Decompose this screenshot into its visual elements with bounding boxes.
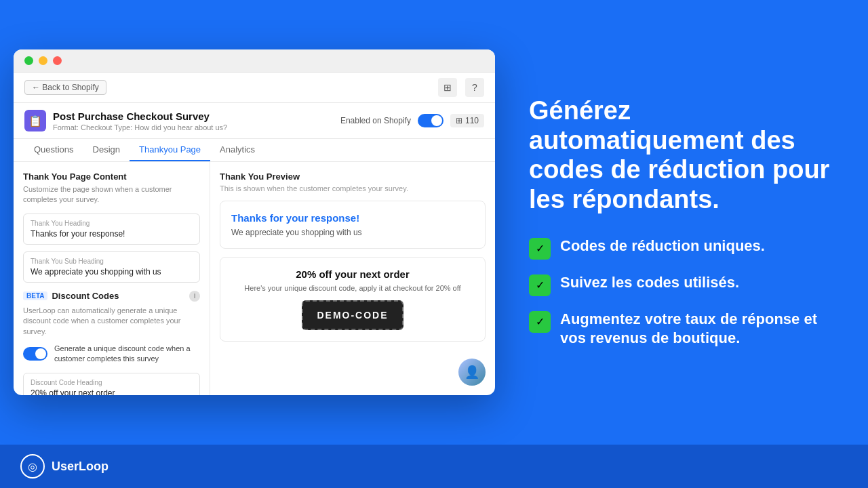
check-icon-1: ✓ <box>529 238 551 260</box>
check-icon-3: ✓ <box>529 311 551 333</box>
preview-title: Thank You Preview <box>220 171 486 182</box>
section-title: Thank You Page Content <box>23 171 200 182</box>
title-bar <box>14 49 495 73</box>
survey-actions: Enabled on Shopify ⊞ 110 <box>340 114 484 127</box>
thank-you-subheading-label: Thank You Sub Heading <box>31 258 193 265</box>
feature-item-1: ✓ Codes de réduction uniques. <box>529 237 834 260</box>
thank-you-heading-value: Thanks for your response! <box>31 229 193 239</box>
info-icon[interactable]: i <box>189 291 200 302</box>
preview-response-subtext: We appreciate you shopping with us <box>231 228 474 237</box>
preview-response-heading: Thanks for your response! <box>231 212 474 224</box>
hero-title: Générez automatiquement des codes de réd… <box>529 96 834 215</box>
traffic-light-green[interactable] <box>24 56 33 65</box>
logo-text: UserLoop <box>52 460 108 474</box>
avatar: 👤 <box>458 359 486 386</box>
shopify-toggle[interactable] <box>418 114 443 127</box>
beta-badge: BETA <box>23 291 47 300</box>
top-navigation-bar: ← Back to Shopify ⊞ ? <box>14 73 495 103</box>
discount-card-desc: Here's your unique discount code, apply … <box>231 284 474 292</box>
discount-section: BETA Discount Codes i UserLoop can autom… <box>23 291 200 395</box>
discount-header: BETA Discount Codes i <box>23 291 200 302</box>
response-count: 110 <box>465 116 479 125</box>
left-panel: ← Back to Shopify ⊞ ? 📋 Post Purchase Ch… <box>0 0 495 445</box>
feature-item-2: ✓ Suivez les codes utilisés. <box>529 273 834 296</box>
response-preview-card: Thanks for your response! We appreciate … <box>220 201 486 249</box>
thank-you-heading-field[interactable]: Thank You Heading Thanks for your respon… <box>23 214 200 245</box>
tab-design[interactable]: Design <box>83 139 130 161</box>
check-icon-2: ✓ <box>529 274 551 296</box>
back-to-shopify-button[interactable]: ← Back to Shopify <box>24 80 106 95</box>
discount-preview-card: 20% off your next order Here's your uniq… <box>220 257 486 342</box>
feature-item-3: ✓ Augmentez votre taux de réponse et vos… <box>529 310 834 348</box>
discount-desc: UserLoop can automatically generate a un… <box>23 306 200 337</box>
thank-you-heading-label: Thank You Heading <box>31 220 193 227</box>
thank-you-subheading-value: We appreciate you shopping with us <box>31 267 193 277</box>
logo-icon: ◎ <box>20 454 45 479</box>
toggle-knob <box>431 115 442 126</box>
feature-list: ✓ Codes de réduction uniques. ✓ Suivez l… <box>529 237 834 348</box>
discount-toggle[interactable] <box>23 347 47 361</box>
survey-meta: Format: Checkout Type: How did you hear … <box>53 123 227 131</box>
survey-title: Post Purchase Checkout Survey <box>53 110 227 122</box>
survey-header: 📋 Post Purchase Checkout Survey Format: … <box>14 103 495 139</box>
survey-info: 📋 Post Purchase Checkout Survey Format: … <box>24 110 227 131</box>
discount-heading-field[interactable]: Discount Code Heading 20% off your next … <box>23 373 200 395</box>
marketing-panel: Générez automatiquement des codes de réd… <box>495 0 868 445</box>
feature-text-3: Augmentez votre taux de réponse et vos r… <box>560 310 834 348</box>
bottom-bar: ◎ UserLoop <box>0 445 868 488</box>
app-window: ← Back to Shopify ⊞ ? 📋 Post Purchase Ch… <box>14 49 495 395</box>
userloop-logo: ◎ UserLoop <box>20 454 108 479</box>
content-area: Thank You Page Content Customize the pag… <box>14 162 495 395</box>
logo-symbol: ◎ <box>28 460 37 473</box>
discount-heading-value: 20% off your next order <box>31 388 193 395</box>
feature-text-1: Codes de réduction uniques. <box>560 237 765 256</box>
traffic-light-yellow[interactable] <box>39 56 47 65</box>
demo-code-display: DEMO-CODE <box>302 300 403 330</box>
tab-analytics[interactable]: Analytics <box>210 139 264 161</box>
left-sidebar: Thank You Page Content Customize the pag… <box>14 162 210 395</box>
discount-card-title: 20% off your next order <box>231 268 474 280</box>
preview-desc: This is shown when the customer complete… <box>220 184 486 192</box>
top-bar-icons: ⊞ ? <box>438 78 484 97</box>
tab-questions[interactable]: Questions <box>24 139 83 161</box>
grid-icon[interactable]: ⊞ <box>438 78 457 97</box>
discount-title: Discount Codes <box>52 291 119 301</box>
discount-toggle-knob <box>35 348 46 359</box>
discount-heading-label: Discount Code Heading <box>31 379 193 386</box>
nav-tabs: Questions Design Thankyou Page Analytics <box>14 139 495 162</box>
section-desc: Customize the page shown when a customer… <box>23 184 200 205</box>
thank-you-subheading-field[interactable]: Thank You Sub Heading We appreciate you … <box>23 251 200 283</box>
tab-thankyou-page[interactable]: Thankyou Page <box>130 139 210 161</box>
response-count-badge: ⊞ 110 <box>450 114 484 127</box>
survey-icon: 📋 <box>24 110 46 131</box>
traffic-light-red[interactable] <box>53 56 62 65</box>
feature-text-2: Suivez les codes utilisés. <box>560 273 739 293</box>
avatar-image: 👤 <box>458 359 486 386</box>
right-preview: Thank You Preview This is shown when the… <box>210 162 495 395</box>
survey-details: Post Purchase Checkout Survey Format: Ch… <box>53 110 227 131</box>
discount-toggle-label: Generate a unique discount code when a c… <box>54 344 200 365</box>
help-icon[interactable]: ? <box>465 78 484 97</box>
enabled-label: Enabled on Shopify <box>340 116 411 125</box>
count-icon: ⊞ <box>456 116 462 125</box>
discount-toggle-row: Generate a unique discount code when a c… <box>23 344 200 365</box>
